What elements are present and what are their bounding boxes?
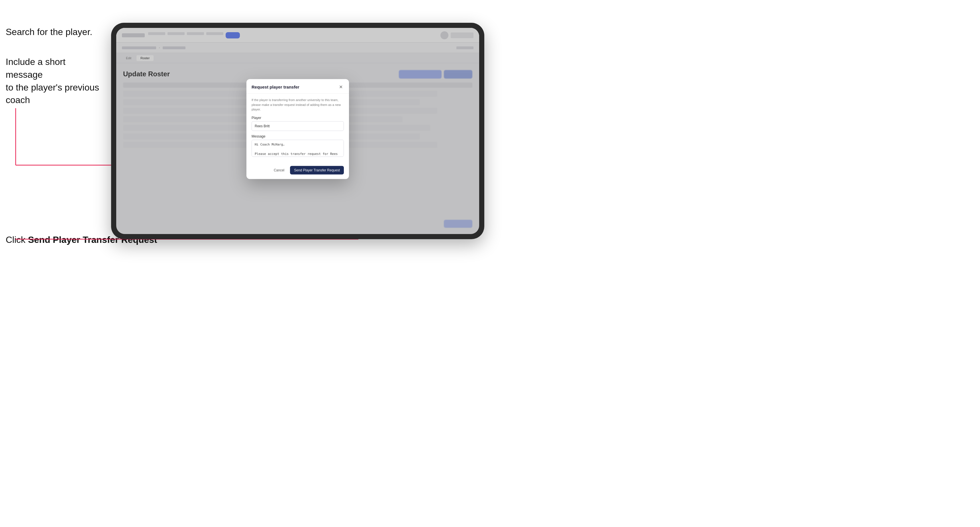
annotation-search-text: Search for the player.	[6, 25, 92, 38]
modal-description: If the player is transferring from anoth…	[251, 98, 344, 112]
send-transfer-request-button[interactable]: Send Player Transfer Request	[290, 166, 344, 174]
message-textarea[interactable]: Hi Coach McHarg, Please accept this tran…	[251, 140, 344, 157]
tablet-screen: › Edit Roster Update Roster	[116, 28, 479, 234]
request-transfer-modal: Request player transfer ✕ If the player …	[247, 79, 349, 179]
modal-title: Request player transfer	[251, 84, 299, 89]
modal-footer: Cancel Send Player Transfer Request	[247, 166, 349, 179]
cancel-button[interactable]: Cancel	[271, 166, 287, 174]
modal-close-button[interactable]: ✕	[337, 84, 344, 90]
modal-body: If the player is transferring from anoth…	[247, 94, 349, 166]
player-label: Player	[251, 116, 344, 119]
annotation-message-text: Include a short messageto the player's p…	[6, 56, 100, 106]
tablet-frame: › Edit Roster Update Roster	[111, 23, 484, 239]
player-search-input[interactable]	[251, 121, 344, 131]
modal-backdrop: Request player transfer ✕ If the player …	[116, 28, 479, 234]
message-label: Message	[251, 134, 344, 138]
modal-header: Request player transfer ✕	[247, 79, 349, 94]
